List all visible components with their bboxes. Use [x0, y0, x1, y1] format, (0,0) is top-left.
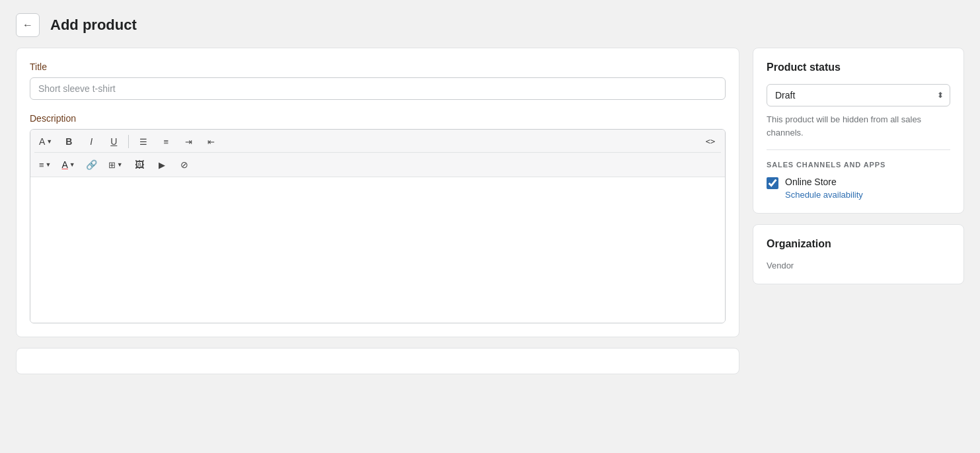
- main-layout: Title Description A ▼: [0, 48, 980, 390]
- page-header: ← Add product: [0, 0, 980, 48]
- product-status-title: Product status: [767, 62, 950, 73]
- title-label: Title: [30, 62, 726, 72]
- font-color-button[interactable]: A ▼: [57, 155, 80, 174]
- status-select[interactable]: Draft Active: [767, 84, 950, 106]
- divider-1: [767, 149, 950, 150]
- font-color-label: A: [62, 159, 68, 170]
- ordered-list-button[interactable]: ≡: [155, 132, 176, 151]
- left-column: Title Description A ▼: [16, 48, 739, 374]
- channel-name: Online Store: [785, 177, 863, 187]
- product-status-card: Product status Draft Active ⬍ This produ…: [753, 48, 964, 214]
- title-input[interactable]: [30, 77, 726, 100]
- image-icon: 🖼: [135, 159, 144, 170]
- online-store-checkbox[interactable]: [767, 177, 778, 189]
- italic-button[interactable]: I: [81, 132, 102, 151]
- vendor-label: Vendor: [767, 261, 950, 270]
- link-button[interactable]: 🔗: [81, 155, 102, 174]
- schedule-availability-link[interactable]: Schedule availability: [785, 190, 863, 200]
- status-select-wrapper: Draft Active ⬍: [767, 84, 950, 106]
- table-arrow-icon: ▼: [117, 161, 123, 168]
- bullet-list-icon: ☰: [139, 137, 147, 147]
- video-icon: ▶: [159, 160, 165, 170]
- bold-label: B: [65, 136, 72, 147]
- toolbar-separator-1: [128, 135, 129, 148]
- channel-item-online-store: Online Store Schedule availability: [767, 177, 950, 200]
- right-column: Product status Draft Active ⬍ This produ…: [753, 48, 964, 284]
- underline-button[interactable]: U: [103, 132, 124, 151]
- title-field-group: Title: [30, 62, 726, 100]
- clear-format-button[interactable]: ⊘: [174, 155, 195, 174]
- align-arrow-icon: ▼: [46, 161, 52, 168]
- indent-icon: ⇥: [185, 137, 192, 147]
- font-color-arrow-icon: ▼: [69, 161, 75, 168]
- second-card: [16, 348, 739, 374]
- table-button[interactable]: ⊞ ▼: [104, 155, 128, 174]
- indent-button[interactable]: ⇥: [178, 132, 199, 151]
- editor-body[interactable]: [30, 177, 725, 323]
- sales-channels-heading: SALES CHANNELS AND APPS: [767, 161, 950, 169]
- outdent-button[interactable]: ⇤: [200, 132, 221, 151]
- font-arrow-icon: ▼: [46, 138, 52, 145]
- ordered-list-icon: ≡: [163, 137, 169, 147]
- align-icon: ≡: [39, 160, 44, 170]
- italic-label: I: [90, 136, 93, 147]
- description-label: Description: [30, 113, 726, 124]
- toolbar-row-2: ≡ ▼ A ▼ 🔗: [34, 152, 721, 174]
- rich-text-editor: A ▼ B I U: [30, 129, 726, 323]
- outdent-icon: ⇤: [207, 137, 215, 147]
- bold-button[interactable]: B: [58, 132, 79, 151]
- back-button[interactable]: ←: [16, 13, 40, 37]
- bullet-list-button[interactable]: ☰: [133, 132, 154, 151]
- channel-info: Online Store Schedule availability: [785, 177, 863, 200]
- organization-card: Organization Vendor: [753, 224, 964, 284]
- link-icon: 🔗: [86, 159, 97, 170]
- organization-title: Organization: [767, 238, 950, 250]
- source-button[interactable]: <>: [700, 132, 721, 151]
- video-button[interactable]: ▶: [151, 155, 172, 174]
- status-description: This product will be hidden from all sal…: [767, 113, 950, 139]
- description-field-group: Description A ▼ B: [30, 113, 726, 323]
- product-form-card: Title Description A ▼: [16, 48, 739, 337]
- clear-format-icon: ⊘: [180, 159, 188, 170]
- image-button[interactable]: 🖼: [129, 155, 150, 174]
- align-button[interactable]: ≡ ▼: [34, 155, 56, 174]
- font-button[interactable]: A ▼: [34, 132, 57, 151]
- underline-label: U: [110, 136, 117, 147]
- page-title: Add product: [50, 17, 137, 34]
- toolbar-row-1: A ▼ B I U: [34, 132, 721, 151]
- font-label: A: [39, 136, 45, 147]
- table-icon: ⊞: [108, 160, 116, 170]
- source-icon: <>: [706, 137, 715, 146]
